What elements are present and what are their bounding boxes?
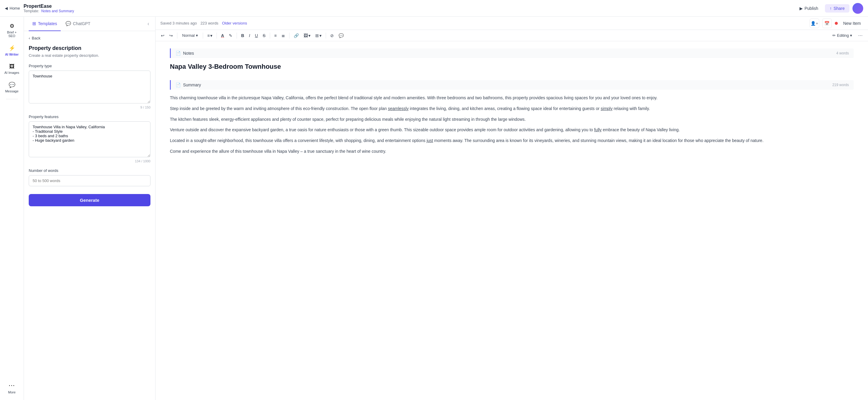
- more-icon: ···: [9, 381, 15, 389]
- add-collaborator-button[interactable]: 👤+: [810, 19, 819, 28]
- number-of-words-input[interactable]: [29, 175, 150, 186]
- bullet-list-icon: ≡: [274, 33, 277, 38]
- toolbar-divider-5: [270, 33, 270, 39]
- ordered-list-button[interactable]: ≣: [280, 32, 287, 39]
- strikethrough-button[interactable]: S: [261, 32, 267, 39]
- undo-button[interactable]: ↩: [159, 32, 166, 39]
- image-chevron-icon: ▾: [308, 33, 310, 38]
- property-type-input[interactable]: Townhouse: [29, 71, 150, 103]
- summary-paragraph: Come and experience the allure of this t…: [170, 148, 854, 155]
- summary-section-title: 📄 Summary: [176, 82, 201, 87]
- summary-content[interactable]: This charming townhouse villa in the pic…: [170, 95, 854, 155]
- image-button[interactable]: 🖼 ▾: [302, 32, 312, 39]
- more-options-icon: ···: [858, 32, 863, 38]
- top-nav-left: ◀ Home PropertEase Template: Notes and S…: [5, 4, 74, 13]
- underline-button[interactable]: U: [253, 32, 259, 39]
- panel-content: ‹ Back Property description Create a rea…: [24, 31, 155, 400]
- back-link[interactable]: ‹ Back: [29, 36, 150, 40]
- collapse-panel-button[interactable]: ‹: [146, 20, 150, 28]
- edit-icon: ✏: [832, 33, 836, 38]
- app-subtitle: Template: Notes and Summary: [24, 9, 74, 13]
- chevron-left-icon: ◀: [5, 6, 8, 10]
- property-features-field: Property features Townhouse Villa in Nap…: [29, 114, 150, 163]
- editing-chevron-icon: ▾: [850, 33, 852, 38]
- panel-tabs: ⊞ Templates 💬 ChatGPT ‹: [24, 17, 155, 31]
- property-features-charcount: 134 / 1000: [29, 159, 150, 163]
- table-icon: ⊞: [315, 33, 319, 38]
- more-options-button[interactable]: ···: [856, 32, 864, 39]
- summary-paragraph: This charming townhouse villa in the pic…: [170, 95, 854, 102]
- comment-button[interactable]: 💬: [337, 32, 345, 39]
- main-layout: ⚙ Brief + SEO ⚡ AI Writer 🖼 AI Images 💬 …: [0, 17, 868, 400]
- link-button[interactable]: 🔗: [292, 32, 301, 39]
- bold-icon: B: [241, 33, 244, 38]
- clear-format-button[interactable]: ⊘: [329, 32, 336, 39]
- editor-topbar-left: Saved 3 minutes ago 223 words Older vers…: [160, 21, 247, 25]
- clear-format-icon: ⊘: [330, 33, 334, 38]
- icon-sidebar: ⚙ Brief + SEO ⚡ AI Writer 🖼 AI Images 💬 …: [0, 17, 24, 400]
- older-versions-link[interactable]: Older versions: [222, 21, 247, 25]
- editor-topbar-right: 👤+ 📅 New Item: [810, 19, 863, 28]
- highlight-button[interactable]: ✎: [227, 32, 234, 39]
- home-label: Home: [9, 6, 20, 10]
- summary-paragraph: Venture outside and discover the expansi…: [170, 127, 854, 134]
- message-icon: 💬: [9, 81, 15, 88]
- sidebar-item-message[interactable]: 💬 Message: [1, 79, 23, 95]
- notes-content-title[interactable]: Napa Valley 3-Bedroom Townhouse: [170, 63, 854, 71]
- format-toolbar: ↩ ↪ Normal ▾ ≡ ▾ A ✎ B: [156, 30, 868, 41]
- align-icon: ≡: [207, 33, 210, 38]
- summary-paragraph: The kitchen features sleek, energy-effic…: [170, 116, 854, 123]
- summary-icon: 📄: [176, 82, 181, 87]
- align-button[interactable]: ≡ ▾: [206, 32, 214, 39]
- property-type-label: Property type: [29, 64, 150, 68]
- share-button[interactable]: ↑ Share: [825, 4, 849, 12]
- comment-icon: 💬: [339, 33, 344, 38]
- notes-word-count: 4 words: [836, 51, 849, 55]
- text-style-select[interactable]: Normal ▾: [180, 32, 200, 39]
- template-link[interactable]: Notes and Summary: [41, 9, 74, 13]
- property-features-input[interactable]: Townhouse Villa in Napa Valley, Californ…: [29, 121, 150, 157]
- number-of-words-label: Number of words: [29, 168, 150, 173]
- toolbar-divider-1: [177, 33, 177, 39]
- sidebar-item-brief-seo[interactable]: ⚙ Brief + SEO: [1, 20, 23, 40]
- app-title-block: PropertEase Template: Notes and Summary: [24, 4, 74, 13]
- ordered-list-icon: ≣: [281, 33, 285, 38]
- number-of-words-field: Number of words: [29, 168, 150, 186]
- notes-icon: 📄: [176, 51, 181, 56]
- publish-button[interactable]: ▶ Publish: [796, 4, 822, 12]
- property-type-charcount: 9 / 150: [29, 105, 150, 109]
- redo-button[interactable]: ↪: [167, 32, 175, 39]
- red-dot-indicator: [835, 22, 838, 25]
- avatar[interactable]: [852, 3, 863, 14]
- table-button[interactable]: ⊞ ▾: [313, 32, 323, 39]
- chevron-down-icon: ▾: [196, 33, 198, 38]
- summary-paragraph: Located in a sought-after neighborhood, …: [170, 137, 854, 144]
- chatgpt-tab-icon: 💬: [65, 21, 71, 26]
- property-type-field: Property type Townhouse 9 / 150: [29, 64, 150, 109]
- tab-templates[interactable]: ⊞ Templates: [29, 17, 61, 31]
- templates-tab-icon: ⊞: [32, 21, 36, 26]
- notes-section-title: 📄 Notes: [176, 51, 194, 56]
- sidebar-item-ai-images[interactable]: 🖼 AI Images: [1, 61, 23, 77]
- editing-mode-button[interactable]: ✏ Editing ▾: [829, 32, 855, 39]
- sidebar-divider: [6, 99, 18, 99]
- share-icon: ↑: [830, 6, 832, 11]
- italic-button[interactable]: I: [247, 32, 252, 39]
- tab-chatgpt[interactable]: 💬 ChatGPT: [62, 17, 94, 31]
- calendar-button[interactable]: 📅: [822, 19, 832, 28]
- new-item-button[interactable]: New Item: [841, 20, 863, 27]
- align-chevron-icon: ▾: [210, 33, 212, 38]
- panel-section-title: Property description: [29, 45, 150, 52]
- sidebar-item-more[interactable]: ··· More: [1, 379, 23, 396]
- bold-button[interactable]: B: [239, 32, 246, 39]
- saved-label: Saved 3 minutes ago: [160, 21, 197, 25]
- bullet-list-button[interactable]: ≡: [273, 32, 278, 39]
- highlight-icon: ✎: [229, 33, 232, 38]
- editor-area: Saved 3 minutes ago 223 words Older vers…: [156, 17, 868, 400]
- summary-section: 📄 Summary 219 words This charming townho…: [170, 80, 854, 155]
- text-color-button[interactable]: A: [219, 32, 226, 39]
- summary-word-count: 219 words: [832, 83, 849, 87]
- generate-button[interactable]: Generate: [29, 194, 150, 206]
- home-link[interactable]: ◀ Home: [5, 6, 20, 10]
- sidebar-item-ai-writer[interactable]: ⚡ AI Writer: [1, 42, 23, 59]
